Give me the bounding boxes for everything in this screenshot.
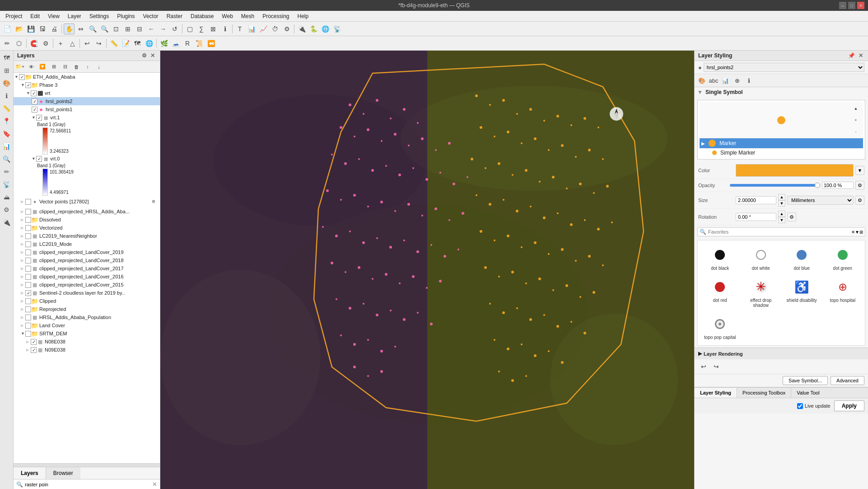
identify[interactable]: ℹ	[219, 24, 230, 34]
new-project-button[interactable]: 📄	[2, 24, 13, 34]
layer-clipped-group-checkbox[interactable]	[25, 298, 31, 304]
layer-n09e038-checkbox[interactable]	[31, 347, 37, 353]
apply-button[interactable]: Apply	[834, 400, 864, 411]
style-info-icon[interactable]: ℹ	[743, 75, 754, 86]
layer-hrsl1[interactable]: ● hrsl_points1	[14, 105, 160, 113]
layer-sentinel2-checkbox[interactable]	[25, 290, 31, 296]
symbol-dot-red[interactable]: dot red	[701, 276, 739, 310]
select-features[interactable]: ▢	[184, 24, 195, 34]
layer-lc2019mode-checkbox[interactable]	[25, 241, 31, 247]
sidebar-edit[interactable]: ✏	[1, 166, 12, 177]
geoportal-btn[interactable]: 📡	[331, 24, 342, 34]
layer-vector-points[interactable]: ▶ ● Vector points [127802] ⚙	[14, 196, 160, 207]
pan-to-selection[interactable]: ⇔	[75, 24, 86, 34]
sidebar-coords[interactable]: 📍	[1, 116, 12, 127]
zoom-out[interactable]: 🔍	[99, 24, 110, 34]
georef-btn[interactable]: 🌐	[144, 38, 154, 49]
atlas-btn[interactable]: 🗺	[132, 38, 143, 49]
layer-vrt0-checkbox[interactable]	[36, 156, 42, 162]
layers-panel-close[interactable]: ✕	[149, 52, 156, 59]
vector-points-menu[interactable]: ⚙	[148, 196, 159, 207]
symbol-dot-green[interactable]: dot green	[824, 244, 862, 273]
opacity-menu[interactable]: ⚙	[855, 181, 864, 190]
zoom-in[interactable]: 🔍	[87, 24, 98, 34]
menu-mesh[interactable]: Mesh	[238, 12, 258, 20]
layer-clipped2015[interactable]: ▶ ▦ clipped_reprojected_LandCover_2015	[14, 281, 160, 289]
layer-vrt0[interactable]: ▼ ▦ vrt.0	[14, 155, 160, 163]
layer-n09e038[interactable]: ▶ ▦ N09E038	[14, 346, 160, 354]
symbol-view-toggle[interactable]: ⊞	[859, 230, 863, 235]
layer-phase3-checkbox[interactable]	[25, 82, 31, 88]
styling-panel-pin[interactable]: 📌	[847, 52, 856, 59]
save-as-button[interactable]: 🖫	[37, 24, 48, 34]
layer-clipped2017-checkbox[interactable]	[25, 266, 31, 272]
sidebar-bookmarks[interactable]: 🔖	[1, 128, 12, 139]
layer-clipped-group[interactable]: ▶ 📁 Clipped	[14, 297, 160, 305]
layer-hrsl-pop-checkbox[interactable]	[25, 315, 31, 320]
tab-layers[interactable]: Layers	[14, 467, 46, 479]
color-picker-dropdown[interactable]: ▼	[855, 166, 864, 175]
snap-btn[interactable]: 🧲	[28, 38, 39, 49]
add-group-button[interactable]: 📁+	[14, 61, 25, 72]
clear-search-button[interactable]: ✕	[152, 481, 157, 488]
color-picker-bar[interactable]	[736, 164, 854, 177]
sidebar-style[interactable]: 🎨	[1, 78, 12, 89]
layer-lc2019nn[interactable]: ▶ ▦ LC2019_NearestNeighbor	[14, 232, 160, 240]
layer-clipped2019[interactable]: ▶ ▦ clipped_reprojected_LandCover_2019	[14, 248, 160, 256]
rotation-down-button[interactable]: ▼	[778, 217, 785, 223]
deselect[interactable]: ⊠	[208, 24, 219, 34]
advanced-digitizing[interactable]: ⚙	[40, 38, 51, 49]
save-project-button[interactable]: 💾	[25, 24, 36, 34]
sidebar-plugins[interactable]: 🔌	[1, 217, 12, 228]
layer-clipped2018[interactable]: ▶ ▦ clipped_reprojected_LandCover_2018	[14, 256, 160, 264]
zoom-next[interactable]: →	[158, 24, 168, 34]
python-btn[interactable]: 🐍	[308, 24, 319, 34]
pan-tool[interactable]: ✋	[64, 24, 75, 34]
open-project-button[interactable]: 📂	[14, 24, 24, 34]
geoprocessing[interactable]: ⚙	[281, 24, 292, 34]
manage-visibility-button[interactable]: 👁	[26, 61, 37, 72]
zoom-extent[interactable]: ⊡	[111, 24, 121, 34]
layer-eth-addis[interactable]: ▼ 📁 ETH_Addis_Ababa	[14, 73, 160, 81]
symbol-shield-disability[interactable]: ♿ shield disability	[783, 276, 821, 310]
symbol-search-input[interactable]	[708, 229, 851, 235]
statistical-summary[interactable]: 📈	[258, 24, 269, 34]
layer-hrsl-pop[interactable]: ▶ ▦ HRSL_Addis_Ababa_Population	[14, 313, 160, 321]
zoom-layer[interactable]: ⊟	[134, 24, 145, 34]
style-nav-up[interactable]: ▲	[850, 103, 861, 114]
layer-dissolved-checkbox[interactable]	[25, 217, 31, 223]
sidebar-layers-icon[interactable]: ⊞	[1, 65, 12, 76]
rotation-up-button[interactable]: ▲	[778, 211, 785, 217]
layer-reprojected-group[interactable]: ▶ 📁 Reprojected	[14, 305, 160, 313]
expand-all-button[interactable]: ⊞	[48, 61, 59, 72]
layer-clipped2016-checkbox[interactable]	[25, 274, 31, 280]
close-button[interactable]: ✕	[857, 2, 864, 9]
zoom-last[interactable]: ←	[146, 24, 157, 34]
layer-hrsl2[interactable]: ● hrsl_points2	[14, 97, 160, 105]
maximize-button[interactable]: □	[848, 2, 855, 9]
layer-vrt-checkbox[interactable]	[31, 90, 37, 96]
plugins-btn[interactable]: 🔌	[296, 24, 307, 34]
menu-project[interactable]: Project	[2, 12, 26, 20]
menu-processing[interactable]: Processing	[259, 12, 293, 20]
live-update-checkbox[interactable]	[797, 403, 803, 409]
symbol-effect-drop-shadow[interactable]: ✳ effect drop shadow	[742, 276, 780, 310]
layer-reprojected-group-checkbox[interactable]	[25, 306, 31, 312]
menu-layer[interactable]: Layer	[64, 12, 85, 20]
layer-rendering-redo[interactable]: ↪	[711, 361, 722, 372]
tab-browser[interactable]: Browser	[46, 467, 80, 479]
layer-clipped2016[interactable]: ▶ ▦ clipped_reprojected_LandCover_2016	[14, 273, 160, 281]
symbol-search-config[interactable]: ▼	[855, 230, 859, 235]
move-down-button[interactable]: ↓	[93, 61, 104, 72]
layer-rendering-header[interactable]: ▶ Layer Rendering	[695, 348, 868, 359]
sidebar-processing[interactable]: ⚙	[1, 204, 12, 215]
layer-name-select[interactable]: hrsl_points2	[704, 63, 864, 72]
layer-dissolved[interactable]: ▶ 📁 Dissolved	[14, 216, 160, 224]
layer-search-input[interactable]	[25, 482, 152, 487]
layer-clipped2018-checkbox[interactable]	[25, 258, 31, 263]
opacity-slider[interactable]	[730, 184, 820, 187]
layer-hrsl2-checkbox[interactable]	[32, 99, 37, 104]
layer-lc2019mode[interactable]: ▶ ▦ LC2019_Mode	[14, 240, 160, 248]
layer-srtm-dem[interactable]: ▼ 📁 SRTM_DEM	[14, 329, 160, 338]
map-canvas[interactable]	[160, 51, 694, 489]
